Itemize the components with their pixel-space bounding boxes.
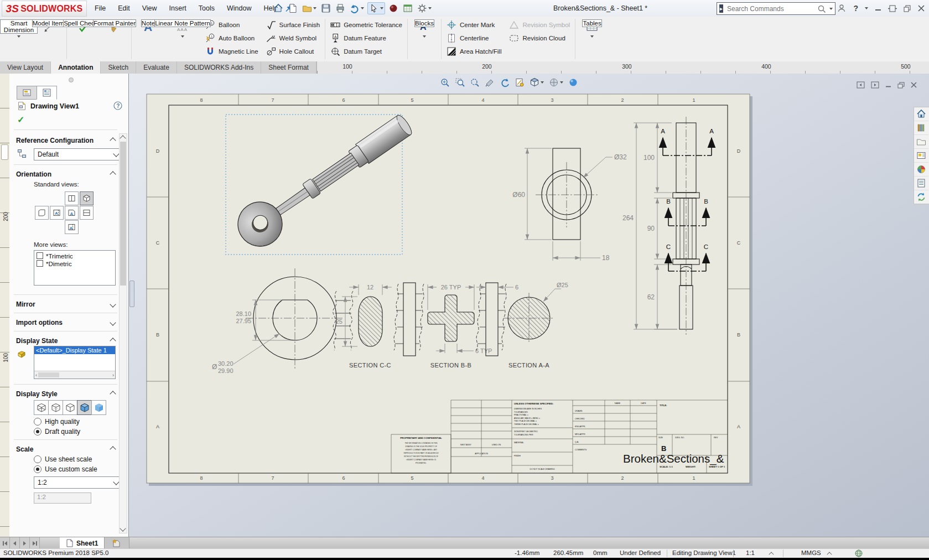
menu-view[interactable]: View — [136, 0, 163, 17]
new-document-button[interactable] — [287, 3, 299, 14]
high-quality-radio[interactable]: High quality — [34, 418, 80, 426]
open-button[interactable] — [301, 3, 318, 14]
help-icon[interactable]: ? — [113, 101, 122, 110]
search-commands-box[interactable]: ▸ — [717, 2, 835, 15]
tab-evaluate[interactable]: Evaluate — [136, 61, 177, 74]
units-status[interactable]: MMGS — [801, 549, 821, 556]
surface-finish-button[interactable]: Surface Finish — [266, 18, 320, 32]
scroll-thumb[interactable] — [120, 142, 126, 286]
user-account-icon[interactable] — [837, 3, 847, 13]
view-plain-button[interactable] — [35, 206, 49, 220]
previous-sheet-button[interactable] — [10, 537, 20, 549]
design-table-button[interactable] — [402, 3, 414, 14]
hidden-lines-removed-button[interactable] — [63, 400, 77, 415]
svg-text:90[interactable]: 90 — [647, 225, 655, 232]
smart-dimension-flyout-caret[interactable] — [17, 35, 20, 38]
view-palette-button[interactable] — [914, 149, 928, 163]
sheet1-tab[interactable]: Sheet1 — [60, 537, 105, 549]
display-settings-caret[interactable] — [560, 81, 563, 84]
tab-solidworks-add-ins[interactable]: SOLIDWORKS Add-Ins — [177, 61, 261, 74]
options-button[interactable] — [416, 3, 433, 14]
section-reference-configuration[interactable]: Reference Configuration — [16, 135, 115, 146]
menu-insert[interactable]: Insert — [163, 0, 193, 17]
scroll-up-arrow[interactable] — [120, 135, 126, 141]
radio-icon[interactable] — [34, 455, 41, 463]
radio-icon[interactable] — [34, 418, 41, 426]
section-view-icon[interactable] — [485, 77, 495, 87]
svg-text:30.20[interactable]: 30.20 — [218, 360, 233, 367]
sheet-scale-status[interactable]: 1:1 — [746, 549, 755, 556]
restore-button[interactable] — [904, 5, 911, 12]
undo-button[interactable] — [349, 3, 365, 14]
menu-tools[interactable]: Tools — [193, 0, 221, 17]
zoom-to-fit-icon[interactable] — [440, 77, 450, 87]
close-document-icon[interactable] — [911, 82, 917, 88]
format-painter-button[interactable]: Format Painter — [99, 17, 130, 61]
display-settings-icon[interactable] — [549, 77, 559, 87]
custom-properties-button[interactable] — [914, 177, 928, 190]
centerline-button[interactable]: Centerline — [447, 32, 501, 45]
section-display-style[interactable]: Display Style — [16, 388, 115, 400]
add-sheet-tab[interactable] — [105, 537, 129, 549]
next-window-icon[interactable] — [871, 81, 879, 89]
radio-icon[interactable] — [34, 428, 41, 435]
draft-quality-radio[interactable]: Draft quality — [34, 428, 80, 435]
datum-feature-button[interactable]: ADatum Feature — [330, 32, 402, 45]
blocks-flyout-caret[interactable] — [423, 35, 426, 38]
linear-note-pattern-flyout-caret[interactable] — [181, 35, 184, 38]
svg-text:6[interactable]: 6 — [515, 284, 518, 291]
design-library-button[interactable] — [914, 121, 928, 135]
panel-drag-handle[interactable] — [69, 77, 74, 82]
tab-feature-manager[interactable] — [17, 86, 37, 100]
view-orientation-icon[interactable] — [530, 77, 539, 87]
svg-text:Ø[interactable]: Ø — [212, 363, 217, 371]
view-top-bottom-button[interactable] — [80, 206, 94, 220]
tab-sketch[interactable]: Sketch — [101, 61, 136, 74]
weld-symbol-button[interactable]: Weld Symbol — [266, 32, 320, 45]
solidworks-forum-button[interactable] — [914, 190, 928, 204]
area-hatch-fill-button[interactable]: Area Hatch/Fill — [447, 45, 501, 58]
search-icon[interactable] — [817, 4, 827, 14]
section-orientation[interactable]: Orientation — [16, 169, 115, 180]
home-button[interactable] — [272, 3, 284, 14]
tables-flyout-caret[interactable] — [590, 35, 594, 38]
display-state-hscrollbar[interactable]: ‹› — [34, 371, 115, 378]
radio-icon[interactable] — [34, 465, 41, 473]
scroll-left-arrow[interactable]: ‹ — [35, 372, 37, 378]
checkbox-icon[interactable] — [37, 252, 43, 259]
minimize-document-icon[interactable] — [885, 82, 891, 88]
restore-document-icon[interactable] — [897, 82, 905, 89]
first-sheet-button[interactable] — [0, 537, 10, 549]
shaded-button[interactable] — [91, 400, 106, 415]
close-icon[interactable] — [918, 5, 925, 12]
tab-property-manager[interactable] — [37, 86, 57, 100]
svg-text:28.10[interactable]: 28.10 — [236, 310, 251, 317]
help-dropdown-caret[interactable] — [865, 7, 868, 9]
svg-text:6 TYP[interactable]: 6 TYP — [475, 348, 492, 354]
view-right-button[interactable]: A — [65, 206, 79, 220]
previous-window-icon[interactable] — [857, 81, 865, 89]
scroll-right-arrow[interactable]: › — [112, 372, 114, 378]
view-back-button[interactable]: A — [65, 220, 79, 234]
display-state-item-selected[interactable]: <Default>_Display State 1 — [34, 346, 115, 354]
view-left-button[interactable]: A — [50, 206, 64, 220]
zoom-icon[interactable] — [470, 77, 480, 87]
svg-text:Ø60[interactable]: Ø60 — [512, 191, 525, 199]
search-dropdown-caret[interactable] — [829, 8, 833, 10]
section-scale[interactable]: Scale — [16, 444, 115, 455]
panel-scrollbar[interactable] — [119, 133, 127, 533]
view-option-dimetric[interactable]: *Dimetric — [34, 260, 115, 267]
tab-view-layout[interactable]: View Layout — [0, 61, 51, 74]
view-orientation-caret[interactable] — [541, 81, 544, 84]
dock-window-button[interactable] — [888, 5, 897, 12]
drawing-viewport[interactable]: 8 7 6 5 4 3 2 1 8 7 6 5 4 3 2 1 D — [134, 74, 914, 537]
hole-callout-button[interactable]: Hole Callout — [266, 45, 320, 58]
tables-button[interactable]: Tables — [577, 17, 608, 61]
appearance-button[interactable] — [387, 3, 399, 14]
revision-cloud-button[interactable]: Revision Cloud — [509, 32, 570, 45]
menu-edit[interactable]: Edit — [112, 0, 136, 17]
datum-target-button[interactable]: Datum Target — [330, 45, 402, 58]
menu-file[interactable]: File — [89, 0, 112, 17]
save-button[interactable] — [320, 3, 332, 14]
svg-text:27.95[interactable]: 27.95 — [236, 318, 251, 324]
